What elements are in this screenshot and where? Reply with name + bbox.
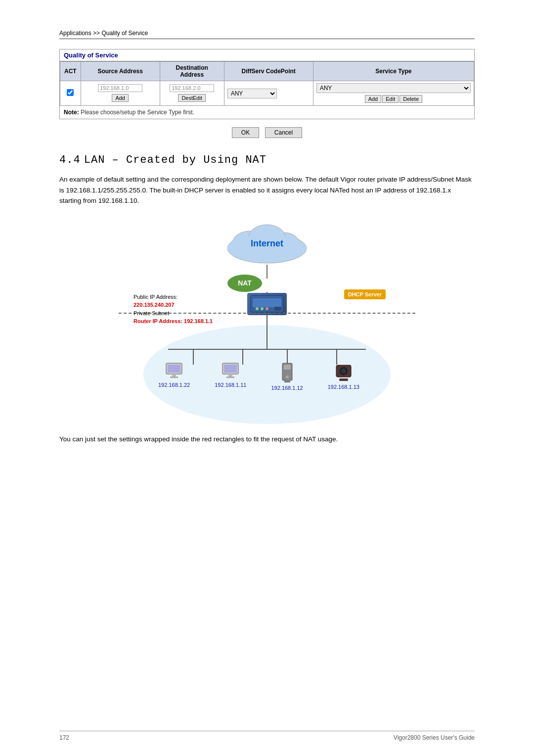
- svg-rect-6: [253, 298, 281, 307]
- section-body-1: An example of default setting and the co…: [59, 174, 475, 206]
- pc-icon-1: [165, 362, 183, 380]
- computer-1: 192.168.1.22: [158, 362, 190, 391]
- cancel-button[interactable]: Cancel: [265, 127, 302, 138]
- router-svg: [250, 294, 284, 313]
- cloud-to-nat-line: [267, 265, 267, 279]
- ok-button[interactable]: OK: [232, 127, 259, 138]
- page-footer: 172 Vigor2800 Series User's Guide: [59, 731, 475, 741]
- qos-title: Quality of Service: [60, 49, 474, 61]
- col-header-act: ACT: [60, 62, 81, 81]
- svg-rect-10: [274, 307, 281, 311]
- svg-rect-20: [284, 365, 291, 370]
- dhcp-bubble: DHCP Server: [344, 289, 386, 299]
- table-row: Add DestEdit ANY: [60, 81, 474, 106]
- internet-label: Internet: [251, 238, 283, 248]
- section-body-2: You can just set the settings wrapped in…: [59, 434, 475, 445]
- src-edit-button[interactable]: Add: [112, 94, 129, 102]
- section-title: 4.4 LAN – Created by Using NAT: [59, 153, 475, 166]
- dest-edit-button[interactable]: DestEdit: [178, 94, 206, 102]
- col-header-dest: DestinationAddress: [160, 62, 224, 81]
- edit-button[interactable]: Edit: [382, 95, 399, 103]
- router-to-switch-line: [267, 314, 267, 349]
- dest-addr-input[interactable]: [170, 84, 214, 92]
- svg-point-25: [341, 369, 346, 374]
- guide-title: Vigor2800 Series User's Guide: [394, 734, 475, 741]
- pc-icon-2: [222, 362, 239, 380]
- computer-2: 192.168.1.11: [215, 362, 246, 391]
- svg-point-9: [266, 307, 268, 310]
- src-addr-input[interactable]: [98, 84, 142, 92]
- device-icon: [335, 362, 352, 382]
- breadcrumb: Applications >> Quality of Service: [59, 30, 475, 39]
- svg-point-21: [286, 376, 289, 378]
- svg-point-7: [256, 307, 259, 310]
- col-header-diffserv: DiffServ CodePoint: [224, 62, 313, 81]
- diffserv-cell: ANY: [224, 81, 313, 106]
- qos-table: ACT Source Address DestinationAddress Di…: [60, 61, 474, 106]
- computer-4: 192.168.1.13: [328, 362, 359, 391]
- computer-3: 192.168.1.12: [271, 362, 303, 391]
- page-number: 172: [59, 734, 69, 741]
- svg-rect-18: [226, 377, 234, 378]
- router-box: [247, 293, 287, 315]
- svg-rect-16: [224, 365, 237, 373]
- left-info: Public IP Address: 220.135.240.207 Priva…: [134, 293, 213, 326]
- network-diagram: Internet NAT DHCP Server: [119, 216, 415, 424]
- svg-point-8: [261, 307, 264, 310]
- act-cell: [60, 81, 81, 106]
- svg-rect-26: [339, 378, 348, 381]
- delete-button[interactable]: Delete: [400, 95, 422, 103]
- src-addr-cell: Add: [81, 81, 160, 106]
- note-text: Note: Please choose/setup the Service Ty…: [60, 109, 474, 116]
- dest-addr-cell: DestEdit: [160, 81, 224, 106]
- svg-rect-22: [284, 381, 290, 382]
- service-type-cell: ANY Add Edit Delete: [313, 81, 474, 106]
- svg-rect-12: [168, 365, 180, 373]
- act-checkbox[interactable]: [67, 89, 74, 96]
- service-type-select[interactable]: ANY: [316, 83, 471, 93]
- qos-panel: Quality of Service ACT Source Address De…: [59, 49, 475, 119]
- computer-row: 192.168.1.22 192.168.1.11: [158, 362, 359, 391]
- add-button[interactable]: Add: [365, 95, 382, 103]
- diffserv-select[interactable]: ANY: [227, 89, 277, 98]
- ok-cancel-row: OK Cancel: [59, 127, 475, 138]
- nat-bubble: NAT: [227, 275, 262, 292]
- internet-cloud: Internet: [222, 221, 312, 266]
- tower-icon: [280, 362, 295, 383]
- svg-rect-14: [170, 377, 178, 378]
- col-header-src: Source Address: [81, 62, 160, 81]
- col-header-service: Service Type: [313, 62, 474, 81]
